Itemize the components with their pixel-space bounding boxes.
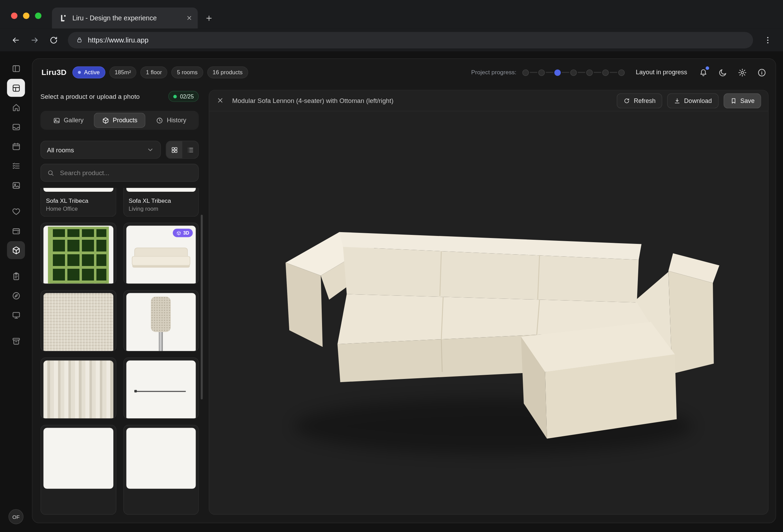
rail-item-favorites[interactable]	[7, 202, 25, 220]
favorites-icon	[11, 207, 21, 216]
progress-step[interactable]	[618, 69, 625, 76]
rail-item-gallery[interactable]	[7, 176, 25, 194]
rail-item-home[interactable]	[7, 98, 25, 116]
app-body: Select a product or upload a photo 02/25…	[32, 83, 775, 523]
product-meta: Sofa XL Tribeca Living room	[124, 194, 198, 216]
rail-item-library[interactable]	[7, 79, 25, 97]
progress-step[interactable]	[538, 69, 545, 76]
browser-toolbar: https://www.liru.app	[0, 28, 783, 51]
product-card[interactable]: Sofa XL Tribeca Living room	[123, 188, 199, 217]
info-button[interactable]	[756, 67, 766, 77]
plus-icon	[205, 14, 214, 22]
devices-icon	[11, 310, 21, 320]
room-filter-select[interactable]: All rooms	[40, 141, 161, 159]
download-button[interactable]: Download	[667, 93, 718, 108]
progress-connector	[594, 72, 602, 73]
viewer-3d-area[interactable]	[209, 111, 768, 514]
new-tab-button[interactable]	[198, 8, 220, 29]
product-search[interactable]	[40, 164, 199, 182]
rail-item-tasks[interactable]	[7, 157, 25, 175]
product-room: Living room	[129, 206, 193, 211]
list-view-button[interactable]	[182, 141, 198, 158]
sofa-3d-render[interactable]	[229, 127, 748, 498]
product-card[interactable]: Large LED Pendant El... Home Office	[123, 358, 199, 419]
download-icon	[673, 97, 680, 104]
progress-step[interactable]	[554, 69, 561, 76]
notifications-button[interactable]	[698, 67, 708, 77]
browser-menu-button[interactable]	[759, 31, 776, 48]
tab-title: Liru - Design the experience	[73, 14, 181, 22]
moon-icon	[718, 68, 727, 77]
browser-tab[interactable]: Liru - Design the experience	[52, 8, 198, 29]
progress-status: Layout in progress	[636, 69, 687, 76]
counter-value: 02/25	[180, 93, 194, 99]
progress-connector	[562, 72, 569, 73]
header-badges: Active185m²1 floor5 rooms16 products	[73, 66, 248, 78]
viewer-canvas: Modular Sofa Lennon (4-seater) with Otto…	[209, 90, 768, 515]
panel-scrollbar[interactable]	[201, 215, 203, 399]
progress-step[interactable]	[602, 69, 609, 76]
grid-view-button[interactable]	[166, 141, 182, 158]
settings-button[interactable]	[737, 67, 747, 77]
tab-history[interactable]: History	[145, 113, 197, 128]
rail-item-archive[interactable]	[7, 332, 25, 350]
header-badge: 16 products	[207, 66, 248, 78]
rail-item-inbox[interactable]	[7, 118, 25, 136]
product-card[interactable]	[123, 425, 199, 515]
app-header: Liru3D Active185m²1 floor5 rooms16 produ…	[32, 59, 775, 83]
search-input[interactable]	[59, 169, 192, 177]
product-card[interactable]: Garden Maze – Green Living room	[40, 223, 116, 284]
rail-item-panel-toggle[interactable]	[7, 59, 25, 77]
forward-arrow-icon	[30, 35, 39, 45]
progress-label: Project progress:	[471, 69, 516, 76]
product-card[interactable]	[40, 425, 116, 515]
address-bar[interactable]: https://www.liru.app	[68, 32, 753, 48]
header-badge: 5 rooms	[171, 66, 203, 78]
product-card[interactable]: Loop-Pile Rug Lyon Master Bedroom	[40, 290, 116, 352]
tab-close-icon[interactable]	[186, 15, 193, 21]
progress-step[interactable]	[586, 69, 593, 76]
clock-icon	[156, 116, 163, 124]
product-card[interactable]: Opaque Multi-Band Cu... Master Bedroom	[40, 358, 116, 419]
library-icon	[11, 83, 21, 93]
product-card[interactable]: Small Floor Lamp Benan Master Bedroom	[123, 290, 199, 352]
refresh-button[interactable]: Refresh	[617, 93, 662, 108]
panel-title: Select a product or upload a photo	[40, 93, 140, 100]
image-icon	[53, 116, 60, 124]
clipboard-icon	[11, 271, 21, 281]
zoom-window-button[interactable]	[35, 12, 41, 19]
theme-toggle-button[interactable]	[718, 67, 728, 77]
rail-item-cards[interactable]	[7, 222, 25, 240]
product-card[interactable]: Sofa XL Tribeca Home Office	[40, 188, 116, 217]
header-badge: 1 floor	[140, 66, 167, 78]
window-controls	[11, 12, 41, 19]
rail-item-calendar[interactable]	[7, 137, 25, 155]
reload-button[interactable]	[45, 31, 62, 48]
reload-icon	[49, 35, 58, 45]
tasks-icon	[11, 161, 21, 170]
save-button[interactable]: Save	[723, 93, 761, 108]
progress-step[interactable]	[522, 69, 529, 76]
back-button[interactable]	[7, 31, 24, 48]
tab-gallery[interactable]: Gallery	[43, 113, 94, 128]
app-rail: OF	[0, 51, 32, 532]
browser-tab-strip: Liru - Design the experience	[0, 0, 783, 28]
product-card[interactable]: 3D Modular Sofa Lennon (... Living room	[123, 223, 199, 284]
close-window-button[interactable]	[11, 12, 18, 19]
minimize-window-button[interactable]	[23, 12, 29, 19]
chevron-down-icon	[146, 146, 154, 154]
rail-item-products-3d[interactable]	[7, 241, 25, 259]
green-dot-icon	[173, 95, 177, 98]
rail-item-explore[interactable]	[7, 287, 25, 305]
3d-badge: 3D	[173, 229, 193, 237]
rail-item-clipboard[interactable]	[7, 267, 25, 285]
progress-steps	[522, 69, 625, 76]
screen: Liru - Design the experience https://www…	[0, 0, 783, 532]
close-viewer-button[interactable]	[216, 96, 225, 105]
progress-connector	[610, 72, 617, 73]
tab-products[interactable]: Products	[94, 113, 145, 128]
rail-item-devices[interactable]	[7, 306, 25, 324]
progress-step[interactable]	[570, 69, 577, 76]
forward-button[interactable]	[26, 31, 43, 48]
user-avatar[interactable]: OF	[9, 509, 23, 524]
